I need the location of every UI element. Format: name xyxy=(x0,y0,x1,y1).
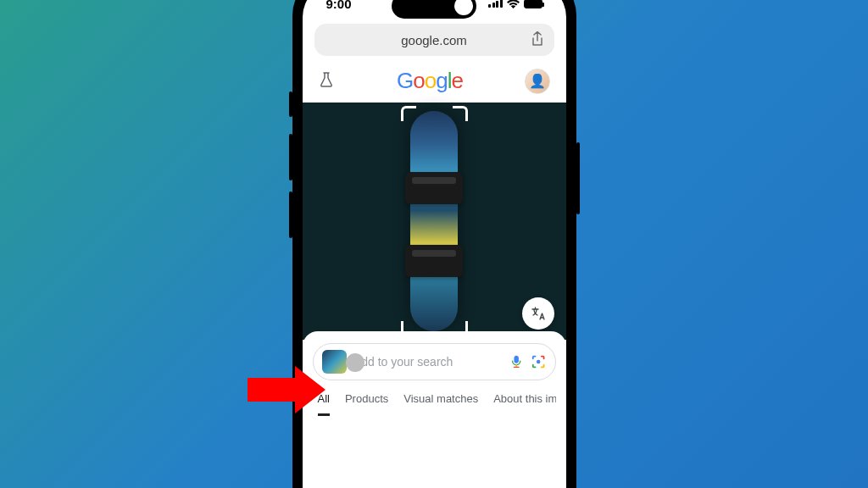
dynamic-island xyxy=(392,0,476,19)
browser-url-bar[interactable]: google.com xyxy=(314,24,554,56)
svg-point-0 xyxy=(537,360,541,364)
annotation-highlight-dot xyxy=(346,353,364,372)
tab-products[interactable]: Products xyxy=(345,392,388,416)
annotation-arrow xyxy=(248,366,326,413)
phone-screen: 9:00 google.com xyxy=(303,0,566,488)
url-text: google.com xyxy=(401,33,467,47)
results-tabs: All Products Visual matches About this i… xyxy=(313,380,556,416)
wifi-icon xyxy=(507,0,520,8)
status-bar: 9:00 xyxy=(303,0,566,24)
battery-icon xyxy=(524,0,542,8)
status-time: 9:00 xyxy=(326,0,352,11)
tab-visual-matches[interactable]: Visual matches xyxy=(403,392,478,416)
google-header: Google 👤 xyxy=(303,63,566,103)
labs-icon[interactable] xyxy=(318,71,335,92)
phone-frame: 9:00 google.com xyxy=(292,0,576,488)
account-avatar[interactable]: 👤 xyxy=(525,69,550,94)
crop-handle-tl[interactable] xyxy=(401,106,416,121)
subject-snowboard xyxy=(410,111,458,331)
share-icon[interactable] xyxy=(531,31,544,49)
lens-icon[interactable] xyxy=(531,353,546,370)
results-sheet: All Products Visual matches About this i… xyxy=(303,331,566,416)
translate-button[interactable] xyxy=(522,297,554,330)
signal-icon xyxy=(488,0,503,8)
search-input[interactable] xyxy=(353,355,502,369)
tab-about-image[interactable]: About this image xyxy=(493,392,555,416)
google-logo[interactable]: Google xyxy=(397,68,463,94)
lens-image-viewport[interactable] xyxy=(303,103,566,340)
lens-search-bar[interactable] xyxy=(313,343,556,380)
crop-handle-tr[interactable] xyxy=(453,106,468,121)
status-icons xyxy=(488,0,542,8)
mic-icon[interactable] xyxy=(509,353,524,370)
